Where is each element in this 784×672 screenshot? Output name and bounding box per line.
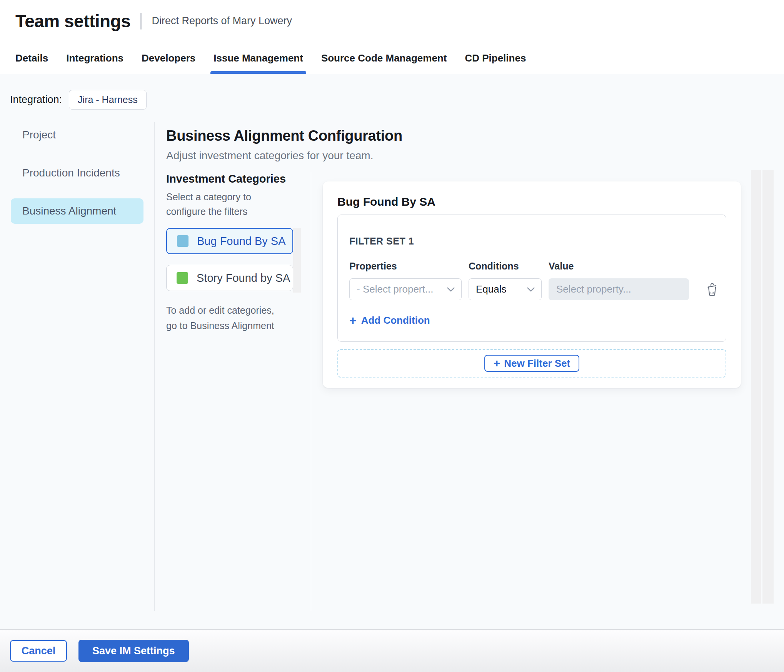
filter-condition-row: Properties - Select propert... Condition… — [349, 261, 714, 300]
properties-column-label: Properties — [349, 261, 462, 272]
category-button-bug-found-by-sa[interactable]: Bug Found By SA — [166, 228, 293, 254]
category-list: Bug Found By SA Story Found by SA — [166, 228, 293, 291]
scrollbar-track-inner[interactable] — [762, 170, 774, 604]
integration-label: Integration: — [10, 94, 62, 106]
conditions-select-value: Equals — [476, 283, 507, 295]
scrollbar-track-outer[interactable] — [751, 170, 761, 604]
tab-integrations[interactable]: Integrations — [66, 42, 123, 74]
value-column-label: Value — [549, 261, 689, 272]
investment-categories-hint: Select a category to configure the filte… — [166, 190, 289, 219]
title-separator — [140, 13, 142, 30]
conditions-field-group: Conditions Equals — [469, 261, 542, 300]
properties-field-group: Properties - Select propert... — [349, 261, 462, 300]
chevron-down-icon — [447, 287, 455, 292]
settings-panel: Project Production Incidents Business Al… — [0, 122, 784, 611]
new-filter-set-dropzone: + New Filter Set — [337, 349, 726, 378]
config-columns: Investment Categories Select a category … — [166, 172, 784, 611]
tab-source-code-management[interactable]: Source Code Management — [321, 42, 447, 74]
tab-cd-pipelines[interactable]: CD Pipelines — [465, 42, 526, 74]
investment-categories-panel: Investment Categories Select a category … — [166, 172, 311, 611]
sidebar-item-production-incidents[interactable]: Production Incidents — [11, 160, 143, 186]
add-condition-label: Add Condition — [361, 314, 430, 326]
category-color-swatch-blue — [177, 235, 188, 247]
config-column: Bug Found By SA FILTER SET 1 Properties … — [311, 172, 784, 611]
investment-categories-title: Investment Categories — [166, 173, 311, 185]
tab-details[interactable]: Details — [15, 42, 48, 74]
cancel-button[interactable]: Cancel — [10, 640, 67, 662]
trash-icon — [706, 283, 718, 296]
conditions-select[interactable]: Equals — [469, 278, 542, 300]
page-title: Team settings — [15, 11, 130, 32]
tabbar: Details Integrations Developers Issue Ma… — [0, 42, 784, 74]
tab-issue-management[interactable]: Issue Management — [214, 42, 303, 74]
category-label: Bug Found By SA — [197, 235, 286, 248]
category-scrollbar-track[interactable] — [293, 228, 301, 293]
sidebar-item-project[interactable]: Project — [11, 122, 143, 148]
category-label: Story Found by SA — [197, 272, 290, 284]
properties-select[interactable]: - Select propert... — [349, 278, 462, 300]
content-area: Integration: Jira - Harness Project Prod… — [0, 74, 784, 629]
section-subheading: Adjust investment categories for your te… — [166, 150, 784, 162]
category-config-card: Bug Found By SA FILTER SET 1 Properties … — [323, 181, 741, 388]
plus-icon: + — [494, 358, 500, 369]
section-heading: Business Alignment Configuration — [166, 128, 784, 144]
save-im-settings-button[interactable]: Save IM Settings — [78, 640, 189, 662]
add-condition-button[interactable]: + Add Condition — [349, 314, 430, 326]
page-subtitle: Direct Reports of Mary Lowery — [152, 15, 292, 27]
new-filter-set-button[interactable]: + New Filter Set — [484, 355, 579, 372]
value-field-group: Value — [549, 261, 689, 300]
sidebar-item-business-alignment[interactable]: Business Alignment — [11, 198, 143, 224]
app-header: Team settings Direct Reports of Mary Low… — [0, 0, 784, 42]
footer-bar: Cancel Save IM Settings — [0, 629, 784, 672]
filter-set-box: FILTER SET 1 Properties - Select propert… — [337, 215, 726, 342]
settings-sidebar: Project Production Incidents Business Al… — [0, 122, 155, 611]
properties-select-placeholder: - Select propert... — [357, 283, 433, 295]
category-button-story-found-by-sa[interactable]: Story Found by SA — [166, 265, 293, 291]
integration-pill[interactable]: Jira - Harness — [69, 90, 147, 110]
config-card-title: Bug Found By SA — [337, 195, 726, 208]
chevron-down-icon — [527, 287, 535, 292]
tab-developers[interactable]: Developers — [142, 42, 195, 74]
integration-row: Integration: Jira - Harness — [0, 74, 784, 122]
new-filter-set-label: New Filter Set — [504, 358, 570, 369]
category-color-swatch-green — [177, 272, 188, 284]
main-area: Business Alignment Configuration Adjust … — [155, 122, 784, 611]
delete-condition-button[interactable] — [706, 283, 718, 296]
conditions-column-label: Conditions — [469, 261, 542, 272]
categories-footnote: To add or edit categories, go to Busines… — [166, 303, 285, 333]
filter-set-title: FILTER SET 1 — [349, 236, 714, 247]
value-input[interactable] — [549, 278, 689, 300]
plus-icon: + — [349, 314, 357, 326]
